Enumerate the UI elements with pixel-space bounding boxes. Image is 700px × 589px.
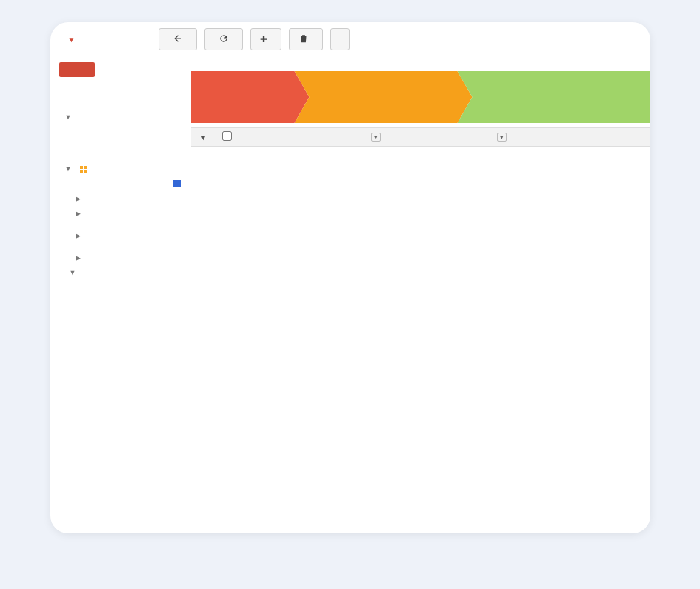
sidebar-item-sales[interactable]: ▶	[56, 191, 191, 206]
filter-sort-button[interactable]	[330, 28, 350, 50]
main-panel: ▼ ▾ ▾	[191, 56, 650, 533]
back-arrow-icon	[173, 33, 183, 46]
column-headers: ▼ ▾ ▾	[191, 127, 650, 147]
chevron-down-icon: ▼	[65, 113, 72, 121]
chevron-right-icon: ▶	[76, 232, 81, 239]
stage-summary	[191, 71, 650, 123]
column-header-stage[interactable]: ▾	[387, 133, 513, 142]
chevron-right-icon: ▶	[76, 254, 81, 262]
app-window: ▼ ✚ ▼	[50, 22, 650, 533]
column-header-name[interactable]: ▾	[239, 133, 387, 142]
dropdown-icon[interactable]: ▾	[497, 133, 507, 142]
page-title	[191, 59, 650, 71]
sidebar-item-support[interactable]: ▶	[56, 206, 191, 221]
chevron-down-icon: ▼	[200, 134, 207, 142]
sidebar-item-snoozed[interactable]	[56, 154, 191, 162]
gmail-brand-menu[interactable]: ▼	[59, 33, 81, 47]
top-toolbar: ▼ ✚	[50, 22, 650, 56]
refresh-icon	[219, 33, 229, 46]
sidebar-item-important[interactable]	[56, 102, 191, 110]
sidebar-item-sent[interactable]: ▼	[56, 110, 191, 124]
sidebar-item-drafts[interactable]	[56, 147, 191, 154]
color-tag-icon	[173, 180, 181, 187]
sidebar: ▼ ▼	[50, 56, 191, 533]
sidebar-item-hiring[interactable]	[56, 176, 191, 191]
sidebar-item-product-dev[interactable]: ▶	[56, 228, 191, 243]
chevron-down-icon: ▼	[70, 269, 76, 276]
back-button[interactable]	[159, 28, 197, 50]
dropdown-icon[interactable]: ▾	[371, 133, 381, 142]
stage-phone-screen[interactable]	[295, 71, 473, 123]
refresh-button[interactable]	[204, 28, 243, 50]
plus-icon: ✚	[260, 34, 267, 44]
compose-button[interactable]	[59, 62, 95, 77]
sidebar-item-dealflow[interactable]: ▶	[56, 250, 191, 265]
new-box-button[interactable]: ✚	[250, 28, 281, 50]
sidebar-item-more[interactable]: ▼	[56, 265, 191, 280]
chevron-right-icon: ▶	[76, 210, 81, 217]
nav-list: ▼ ▼	[56, 87, 191, 280]
sidebar-item-awaiting-reply[interactable]	[56, 139, 191, 147]
trash-icon	[299, 33, 309, 46]
delete-box-button[interactable]	[289, 28, 323, 50]
sidebar-item-starred[interactable]	[56, 95, 191, 102]
grid-icon	[80, 166, 87, 173]
sidebar-item-recently-viewed[interactable]	[56, 124, 191, 132]
sidebar-item-fundraising[interactable]	[56, 243, 191, 250]
chevron-right-icon: ▶	[76, 195, 81, 202]
chevron-down-icon: ▼	[68, 36, 76, 44]
stage-interview[interactable]	[458, 71, 650, 123]
stage-resume[interactable]	[191, 71, 310, 123]
sidebar-item-pipelines[interactable]: ▼	[56, 162, 191, 176]
collapse-all-toggle[interactable]: ▼	[191, 132, 216, 142]
sidebar-item-tracked-emails[interactable]	[56, 132, 191, 139]
chevron-down-icon: ▼	[65, 165, 72, 173]
sidebar-item-inbox[interactable]	[56, 87, 191, 95]
sidebar-item-bugs[interactable]	[56, 221, 191, 228]
select-all-checkbox[interactable]	[216, 131, 239, 143]
